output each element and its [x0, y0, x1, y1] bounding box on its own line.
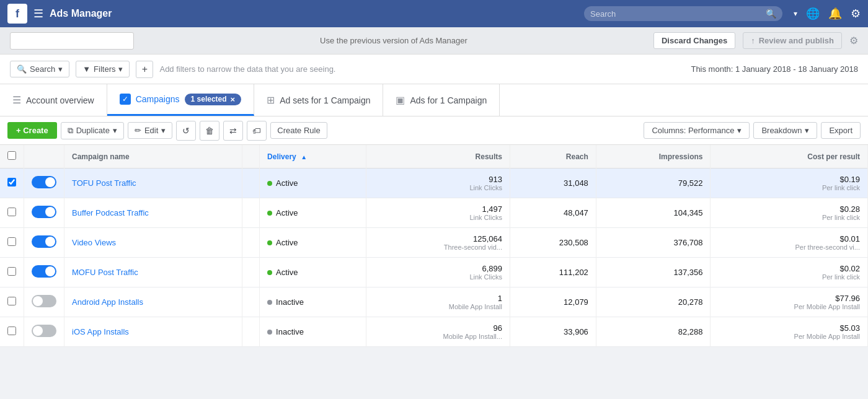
settings-gear-icon[interactable]: ⚙ — [849, 35, 858, 46]
breakdown-button[interactable]: Breakdown ▾ — [753, 122, 817, 139]
row-reach-cell: 230,508 — [510, 228, 596, 258]
columns-dropdown-icon: ▾ — [737, 126, 742, 135]
nav-dropdown-icon[interactable]: ▾ — [794, 9, 797, 18]
undo-button[interactable]: ↺ — [176, 121, 196, 141]
review-publish-button[interactable]: ↑ Review and publish — [743, 32, 842, 49]
row-checkbox-cell[interactable] — [0, 228, 24, 258]
row-toggle-cell[interactable] — [24, 317, 64, 347]
delivery-status-text: Inactive — [276, 297, 304, 307]
row-checkbox[interactable] — [7, 297, 16, 305]
cost-sub: Per Mobile App Install — [718, 303, 860, 310]
move-button[interactable]: ⇄ — [223, 121, 243, 141]
delivery-header[interactable]: Delivery ▲ — [260, 145, 366, 169]
globe-icon[interactable]: 🌐 — [806, 7, 820, 20]
search-button[interactable]: 🔍 Search ▾ — [10, 61, 69, 77]
row-checkbox-cell[interactable] — [0, 317, 24, 347]
select-all-header[interactable] — [0, 145, 24, 169]
row-delivery-cell: Active — [260, 258, 366, 287]
row-impressions-cell: 20,278 — [596, 287, 711, 317]
select-all-checkbox[interactable] — [7, 151, 16, 160]
campaign-name-header: Campaign name — [64, 145, 242, 169]
row-toggle-cell[interactable] — [24, 198, 64, 228]
row-toggle-cell[interactable] — [24, 287, 64, 317]
discard-changes-button[interactable]: Discard Changes — [653, 32, 735, 49]
row-reach-cell: 33,906 — [510, 317, 596, 347]
cost-sub: Per Mobile App Install — [718, 333, 860, 340]
row-impressions-cell: 376,708 — [596, 228, 711, 258]
row-toggle-cell[interactable] — [24, 258, 64, 287]
app-title: Ads Manager — [50, 8, 578, 19]
row-checkbox[interactable] — [7, 178, 16, 186]
campaign-name-link[interactable]: MOFU Post Traffic — [72, 268, 138, 277]
campaign-name-link[interactable]: TOFU Post Traffic — [72, 178, 136, 188]
row-campaign-name-cell: iOS App Installs — [64, 317, 242, 347]
columns-button[interactable]: Columns: Performance ▾ — [644, 122, 750, 139]
impressions-value: 79,522 — [604, 178, 703, 188]
row-checkbox[interactable] — [7, 208, 16, 216]
create-rule-button[interactable]: Create Rule — [270, 122, 327, 139]
filters-button[interactable]: ▼ Filters ▾ — [76, 61, 130, 77]
ads-icon: ▣ — [396, 94, 405, 106]
search-icon-small: 🔍 — [17, 64, 27, 74]
search-icon[interactable]: 🔍 — [766, 9, 776, 19]
row-impressions-cell: 79,522 — [596, 169, 711, 198]
campaign-toggle[interactable] — [32, 206, 56, 218]
delete-button[interactable]: 🗑 — [200, 121, 219, 141]
tag-button[interactable]: 🏷 — [247, 121, 267, 141]
campaign-toggle[interactable] — [32, 176, 56, 188]
campaign-toggle[interactable] — [32, 295, 56, 307]
export-button[interactable]: Export — [821, 122, 861, 139]
top-nav: f ☰ Ads Manager 🔍 ▾ 🌐 🔔 ⚙ — [0, 0, 868, 27]
campaign-toggle[interactable] — [32, 265, 56, 278]
edit-button[interactable]: ✏ Edit ▾ — [128, 122, 172, 139]
table-header-row: Campaign name Delivery ▲ Results Reach I… — [0, 145, 868, 169]
row-checkbox[interactable] — [7, 267, 16, 276]
row-checkbox-cell[interactable] — [0, 287, 24, 317]
hamburger-icon[interactable]: ☰ — [33, 7, 43, 20]
search-input[interactable] — [590, 9, 761, 19]
adsets-icon: ⊞ — [267, 94, 275, 106]
tab-adsets[interactable]: ⊞ Ad sets for 1 Campaign — [254, 84, 383, 116]
search-dropdown-icon: ▾ — [58, 64, 63, 74]
upload-icon: ↑ — [751, 36, 755, 45]
edit-dropdown-icon: ▾ — [161, 126, 166, 135]
tab-ads[interactable]: ▣ Ads for 1 Campaign — [383, 84, 500, 116]
row-toggle-cell[interactable] — [24, 169, 64, 198]
settings-icon[interactable]: ⚙ — [851, 7, 861, 20]
flag-icon[interactable]: 🔔 — [828, 7, 842, 20]
results-sub: Link Clicks — [374, 214, 502, 221]
impressions-value: 20,278 — [604, 297, 703, 307]
row-warn-cell — [242, 169, 260, 198]
row-checkbox[interactable] — [7, 327, 16, 335]
banner-bar: Use the previous version of Ads Manager … — [0, 27, 868, 55]
results-header: Results — [366, 145, 510, 169]
add-filter-button[interactable]: + — [136, 61, 153, 78]
row-checkbox-cell[interactable] — [0, 169, 24, 198]
cost-main: $0.02 — [718, 264, 860, 273]
row-toggle-cell[interactable] — [24, 228, 64, 258]
campaign-name-link[interactable]: Buffer Podcast Traffic — [72, 208, 149, 217]
results-main: 1,497 — [374, 204, 502, 214]
tab-campaigns[interactable]: ✓ Campaigns 1 selected × — [107, 84, 254, 116]
reach-value: 111,202 — [518, 268, 588, 277]
campaign-toggle[interactable] — [32, 325, 56, 337]
row-checkbox-cell[interactable] — [0, 198, 24, 228]
campaign-name-link[interactable]: iOS App Installs — [72, 327, 129, 336]
row-cost-cell: $5.03 Per Mobile App Install — [711, 317, 868, 347]
campaign-toggle[interactable] — [32, 235, 56, 248]
selected-badge-close[interactable]: × — [231, 95, 236, 104]
banner-input[interactable] — [10, 32, 134, 50]
campaign-name-link[interactable]: Android App Installs — [72, 297, 143, 307]
row-checkbox[interactable] — [7, 237, 16, 246]
create-button[interactable]: + Create — [7, 122, 57, 139]
impressions-value: 376,708 — [604, 238, 703, 247]
status-dot-icon — [267, 330, 272, 335]
duplicate-icon: ⧉ — [68, 126, 73, 136]
edit-icon: ✏ — [135, 126, 141, 135]
campaign-name-link[interactable]: Video Views — [72, 238, 116, 247]
reach-header: Reach — [510, 145, 596, 169]
duplicate-button[interactable]: ⧉ Duplicate ▾ — [61, 122, 124, 139]
tab-account-overview[interactable]: ☰ Account overview — [0, 84, 107, 116]
row-checkbox-cell[interactable] — [0, 258, 24, 287]
account-overview-icon: ☰ — [12, 94, 21, 106]
